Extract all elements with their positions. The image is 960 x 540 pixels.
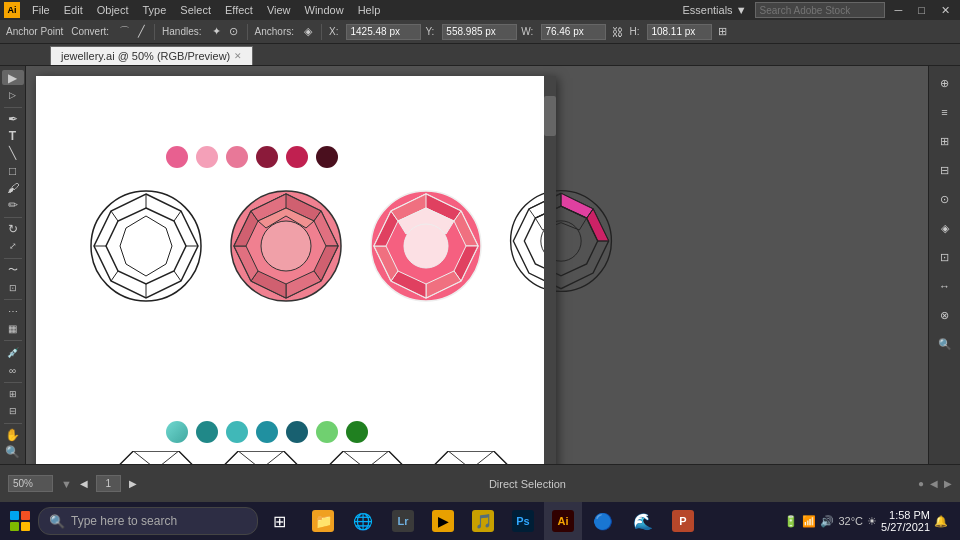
- type-tool[interactable]: T: [2, 128, 24, 143]
- tool-sep-7: [4, 423, 22, 424]
- align-btn[interactable]: ⊡: [932, 244, 958, 270]
- line-tool[interactable]: ╲: [2, 146, 24, 161]
- taskbar-edge2[interactable]: 🌊: [624, 502, 662, 540]
- rectangle-tool[interactable]: □: [2, 163, 24, 178]
- scale-tool[interactable]: ⤢: [2, 239, 24, 254]
- blend-tool[interactable]: ∞: [2, 362, 24, 377]
- window-maximize[interactable]: □: [912, 4, 931, 16]
- handles-icon-2[interactable]: ⊙: [227, 25, 240, 38]
- zoom-tool[interactable]: 🔍: [2, 445, 24, 460]
- workspace-selector[interactable]: Essentials ▼: [678, 4, 750, 16]
- taskbar-illustrator[interactable]: Ai: [544, 502, 582, 540]
- adobe-stock-search[interactable]: [755, 2, 885, 18]
- convert-label: Convert:: [71, 26, 109, 37]
- paintbrush-tool[interactable]: 🖌: [2, 180, 24, 195]
- scrollbar-thumb-v[interactable]: [544, 96, 556, 136]
- menu-help[interactable]: Help: [352, 4, 387, 16]
- taskbar-search-box[interactable]: 🔍 Type here to search: [38, 507, 258, 535]
- layers-btn[interactable]: ≡: [932, 99, 958, 125]
- menu-effect[interactable]: Effect: [219, 4, 259, 16]
- window-close[interactable]: ✕: [935, 4, 956, 17]
- pen-tool[interactable]: ✒: [2, 111, 24, 126]
- next-page-btn[interactable]: ▶: [129, 478, 137, 489]
- main-layout: ▶ ▷ ✒ T ╲ □ 🖌 ✏ ↻ ⤢ 〜 ⊡ ⋯ ▦ 💉 ∞ ⊞ ⊟ ✋ 🔍: [0, 66, 960, 502]
- tab-close-btn[interactable]: ✕: [234, 51, 242, 61]
- battery-icon: 🔋: [784, 515, 798, 528]
- menu-object[interactable]: Object: [91, 4, 135, 16]
- y-label: Y:: [425, 26, 434, 37]
- tabs-bar: jewellery.ai @ 50% (RGB/Preview) ✕: [0, 44, 960, 66]
- hand-tool[interactable]: ✋: [2, 428, 24, 443]
- pathfinder-btn[interactable]: ⊗: [932, 302, 958, 328]
- teal-dots-row: [166, 421, 368, 443]
- status-bar: ▼ ◀ 1 ▶ Direct Selection ● ◀ ▶: [0, 464, 960, 502]
- slice-tool[interactable]: ⊟: [2, 404, 24, 419]
- w-label: W:: [521, 26, 533, 37]
- properties-toolbar: Anchor Point Convert: ⌒ ╱ Handles: ✦ ⊙ A…: [0, 20, 960, 44]
- menu-view[interactable]: View: [261, 4, 297, 16]
- canvas-area[interactable]: www.hunls.com: [26, 66, 928, 502]
- libraries-btn[interactable]: ⊟: [932, 157, 958, 183]
- free-transform-tool[interactable]: ⊡: [2, 280, 24, 295]
- pencil-tool[interactable]: ✏: [2, 198, 24, 213]
- anchors-icon-1[interactable]: ◈: [302, 25, 314, 38]
- artboards-btn[interactable]: ⊞: [932, 128, 958, 154]
- pink-dots-row: [166, 146, 338, 168]
- page-number: 1: [96, 475, 121, 492]
- taskbar-lightroom[interactable]: Lr: [384, 502, 422, 540]
- direct-selection-tool[interactable]: ▷: [2, 87, 24, 102]
- menu-type[interactable]: Type: [137, 4, 173, 16]
- eyedropper-tool[interactable]: 💉: [2, 345, 24, 360]
- task-view-btn[interactable]: ⊞: [260, 502, 298, 540]
- taskbar-chrome[interactable]: 🔵: [584, 502, 622, 540]
- notification-icon[interactable]: 🔔: [934, 515, 948, 528]
- column-graph-tool[interactable]: ▦: [2, 321, 24, 336]
- document-tab[interactable]: jewellery.ai @ 50% (RGB/Preview) ✕: [50, 46, 253, 65]
- convert-icon-2[interactable]: ╱: [136, 25, 147, 38]
- weather-icon: ☀: [867, 515, 877, 528]
- transform-icon[interactable]: ⊞: [716, 25, 729, 38]
- menu-bar: Ai File Edit Object Type Select Effect V…: [0, 0, 960, 20]
- convert-icon-1[interactable]: ⌒: [117, 24, 132, 39]
- zoom-panel-btn[interactable]: 🔍: [932, 331, 958, 357]
- zoom-down-arrow[interactable]: ▼: [61, 478, 72, 490]
- appearance-btn[interactable]: ◈: [932, 215, 958, 241]
- taskbar-photoshop[interactable]: Ps: [504, 502, 542, 540]
- symbol-sprayer-tool[interactable]: ⋯: [2, 304, 24, 319]
- start-button[interactable]: [4, 505, 36, 537]
- taskbar-app5[interactable]: 🎵: [464, 502, 502, 540]
- taskbar-powerpoint[interactable]: P: [664, 502, 702, 540]
- vertical-scrollbar[interactable]: [544, 76, 556, 496]
- x-input[interactable]: [346, 24, 421, 40]
- prev-page-btn[interactable]: ◀: [80, 478, 88, 489]
- menu-select[interactable]: Select: [174, 4, 217, 16]
- teal-dot-4: [256, 421, 278, 443]
- y-input[interactable]: [442, 24, 517, 40]
- nav-btn-1[interactable]: ⊕: [932, 70, 958, 96]
- menu-edit[interactable]: Edit: [58, 4, 89, 16]
- transform-btn[interactable]: ↔: [932, 273, 958, 299]
- rotate-tool[interactable]: ↻: [2, 222, 24, 237]
- tool-sep-1: [4, 107, 22, 108]
- properties-btn[interactable]: ⊙: [932, 186, 958, 212]
- warp-tool[interactable]: 〜: [2, 263, 24, 278]
- menu-file[interactable]: File: [26, 4, 56, 16]
- menu-window[interactable]: Window: [299, 4, 350, 16]
- tab-filename: jewellery.ai @ 50% (RGB/Preview): [61, 50, 230, 62]
- anchor-point-label: Anchor Point: [6, 26, 63, 37]
- taskbar-media[interactable]: ▶: [424, 502, 462, 540]
- pink-dot-4: [256, 146, 278, 168]
- h-input[interactable]: [647, 24, 712, 40]
- zoom-input[interactable]: [8, 475, 53, 492]
- window-minimize[interactable]: ─: [889, 4, 909, 16]
- taskbar-edge[interactable]: 🌐: [344, 502, 382, 540]
- handles-label: Handles:: [162, 26, 201, 37]
- constrain-icon[interactable]: ⛓: [610, 26, 625, 38]
- search-icon: 🔍: [49, 514, 65, 529]
- selection-tool[interactable]: ▶: [2, 70, 24, 85]
- taskbar-file-explorer[interactable]: 📁: [304, 502, 342, 540]
- handles-icon-1[interactable]: ✦: [210, 25, 223, 38]
- w-input[interactable]: [541, 24, 606, 40]
- artboard-tool[interactable]: ⊞: [2, 386, 24, 401]
- taskbar-clock[interactable]: 1:58 PM 5/27/2021: [881, 509, 930, 533]
